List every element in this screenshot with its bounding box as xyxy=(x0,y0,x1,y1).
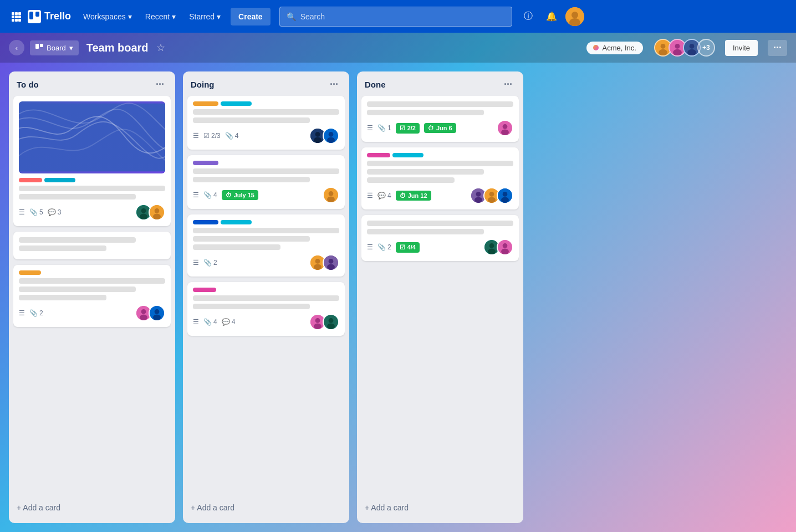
board-view-button[interactable]: Board ▾ xyxy=(30,40,79,55)
column-todo-cards: ☰ 📎5 💬3 xyxy=(13,96,171,495)
more-options-button[interactable]: ··· xyxy=(768,40,787,56)
svg-point-62 xyxy=(501,130,509,135)
card-text-line xyxy=(19,245,106,251)
svg-point-21 xyxy=(675,44,680,49)
card-text-line xyxy=(193,236,310,242)
svg-rect-11 xyxy=(35,12,39,17)
card-doing-3[interactable]: ☰ 📎2 xyxy=(187,214,345,277)
card-doing-1-avatars xyxy=(309,127,339,144)
card-done-1-meta: ☰ 📎1 ☑2/2 ⏱Jun 6 xyxy=(367,120,513,136)
card-done-3-meta: ☰ 📎2 ☑4/4 xyxy=(367,239,513,255)
card-todo-2[interactable] xyxy=(13,232,171,259)
label-magenta xyxy=(367,153,390,157)
svg-rect-10 xyxy=(29,12,33,19)
workspace-label[interactable]: Acme, Inc. xyxy=(586,42,642,54)
card-doing-4[interactable]: ☰ 📎4 💬4 xyxy=(187,282,345,336)
trello-logo[interactable]: Trello xyxy=(28,10,71,23)
card-doing-3-meta: ☰ 📎2 xyxy=(193,254,339,271)
recent-menu[interactable]: Recent ▾ xyxy=(140,9,181,24)
comment-icon: 💬 xyxy=(222,318,230,326)
card-doing-3-labels xyxy=(193,220,339,224)
card-avatar xyxy=(497,120,513,136)
add-card-done-button[interactable]: + Add a card xyxy=(361,499,519,516)
check-icon: ☑ xyxy=(400,244,405,251)
due-date-badge: ⏱July 15 xyxy=(222,190,258,200)
workspaces-menu[interactable]: Workspaces ▾ xyxy=(78,9,137,24)
svg-point-73 xyxy=(489,243,494,248)
clock-icon: ⏱ xyxy=(400,192,406,199)
comment-icon: 💬 xyxy=(48,208,56,216)
card-done-1[interactable]: ☰ 📎1 ☑2/2 ⏱Jun 6 xyxy=(361,96,519,142)
star-button[interactable]: ☆ xyxy=(154,39,167,56)
board-navigation: ‹ Board ▾ Team board ☆ Acme, Inc. xyxy=(0,33,796,63)
add-card-todo-button[interactable]: + Add a card xyxy=(13,499,171,516)
clock-icon: ⏱ xyxy=(226,192,232,198)
card-done-2-labels xyxy=(367,153,513,157)
notification-icon[interactable]: 🔔 xyxy=(542,7,561,26)
checklist-count: ☑2/3 xyxy=(203,132,221,140)
info-icon[interactable]: ⓘ xyxy=(519,7,538,26)
user-avatar[interactable] xyxy=(565,7,584,26)
chevron-down-icon: ▾ xyxy=(69,44,73,52)
due-date-badge: ⏱Jun 6 xyxy=(424,123,456,133)
card-text-line xyxy=(193,177,310,182)
card-todo-3-avatars xyxy=(135,305,165,321)
label-orange xyxy=(193,101,218,106)
svg-point-28 xyxy=(141,208,146,213)
chevron-down-icon: ▾ xyxy=(217,12,221,21)
add-card-doing-button[interactable]: + Add a card xyxy=(187,499,345,516)
paperclip-icon: 📎 xyxy=(29,208,38,216)
card-text-line xyxy=(367,101,513,107)
svg-rect-16 xyxy=(40,44,43,47)
card-avatar xyxy=(323,314,339,330)
svg-rect-4 xyxy=(15,16,18,18)
card-doing-2[interactable]: ☰ 📎4 ⏱July 15 xyxy=(187,155,345,209)
svg-rect-3 xyxy=(12,16,14,18)
column-doing-menu[interactable]: ··· xyxy=(326,78,341,90)
svg-point-43 xyxy=(329,132,334,137)
svg-point-29 xyxy=(140,214,147,219)
card-doing-3-avatars xyxy=(309,254,339,271)
paperclip-icon: 📎 xyxy=(203,259,212,267)
card-todo-1[interactable]: ☰ 📎5 💬3 xyxy=(13,96,171,226)
card-done-3[interactable]: ☰ 📎2 ☑4/4 xyxy=(361,215,519,261)
attachment-count: 📎5 xyxy=(29,208,43,216)
svg-point-40 xyxy=(315,132,320,137)
paperclip-icon: 📎 xyxy=(29,309,38,317)
card-doing-4-labels xyxy=(193,288,339,292)
svg-point-61 xyxy=(503,124,508,129)
card-done-3-avatars xyxy=(483,239,513,255)
search-bar[interactable]: 🔍 xyxy=(279,7,512,27)
card-text-line xyxy=(367,177,455,183)
starred-menu[interactable]: Starred ▾ xyxy=(183,9,226,24)
svg-point-35 xyxy=(140,315,147,320)
svg-rect-7 xyxy=(15,19,18,22)
member-more-button[interactable]: +3 xyxy=(697,39,715,57)
card-avatar xyxy=(497,239,513,255)
svg-point-53 xyxy=(327,264,335,270)
attachment-count: 📎4 xyxy=(203,318,217,326)
svg-point-67 xyxy=(489,192,494,197)
card-todo-3[interactable]: ☰ 📎2 xyxy=(13,265,171,327)
column-todo-menu[interactable]: ··· xyxy=(152,78,167,90)
invite-button[interactable]: Invite xyxy=(725,40,758,56)
svg-point-44 xyxy=(327,137,335,143)
svg-rect-6 xyxy=(12,19,14,22)
create-button[interactable]: Create xyxy=(231,8,271,25)
column-done-menu[interactable]: ··· xyxy=(501,78,516,90)
label-purple xyxy=(193,161,218,165)
attachment-count: 📎2 xyxy=(29,309,43,317)
search-input[interactable] xyxy=(300,12,505,21)
svg-point-71 xyxy=(501,197,509,203)
card-text-line xyxy=(193,117,310,123)
sidebar-toggle-button[interactable]: ‹ xyxy=(9,40,24,55)
comment-count: 💬3 xyxy=(48,208,62,216)
card-text-line xyxy=(193,228,339,233)
attachment-count: 📎2 xyxy=(203,259,217,267)
svg-point-31 xyxy=(155,208,160,213)
card-done-2[interactable]: ☰ 💬4 ⏱Jun 12 xyxy=(361,147,519,209)
svg-point-59 xyxy=(327,324,335,329)
card-doing-1[interactable]: ☰ ☑2/3 📎4 xyxy=(187,96,345,150)
grid-menu-icon[interactable] xyxy=(7,7,25,26)
paperclip-icon: 📎 xyxy=(225,132,233,140)
